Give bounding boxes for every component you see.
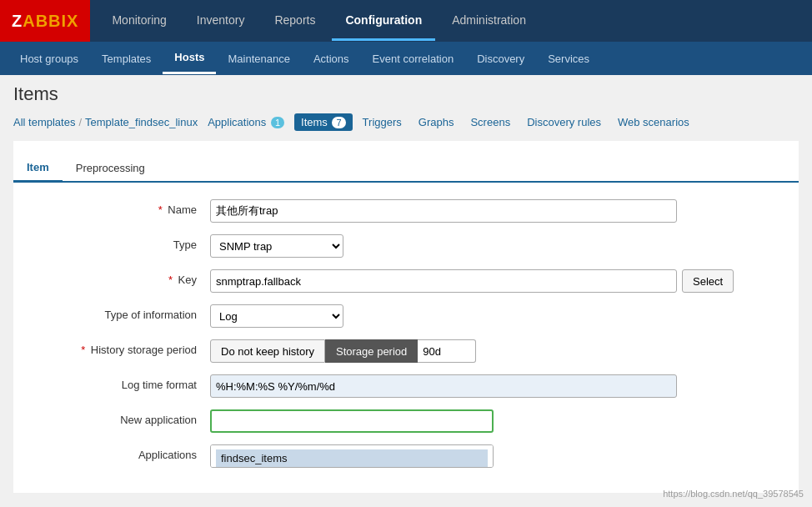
nav-reports[interactable]: Reports bbox=[261, 2, 328, 41]
key-select-button[interactable]: Select bbox=[682, 269, 734, 293]
nav-discovery[interactable]: Discovery bbox=[465, 44, 536, 73]
type-of-info-control: Log bbox=[210, 304, 785, 328]
nav-configuration[interactable]: Configuration bbox=[332, 2, 435, 41]
nav-administration[interactable]: Administration bbox=[439, 2, 539, 41]
logo-abbix: ABBIX bbox=[23, 12, 78, 31]
log-time-input[interactable] bbox=[210, 374, 677, 398]
key-input[interactable] bbox=[210, 269, 677, 293]
page-content: Items All templates / Template_findsec_l… bbox=[0, 75, 812, 501]
type-control: SNMP trap bbox=[210, 234, 785, 258]
tab-preprocessing[interactable]: Preprocessing bbox=[63, 154, 158, 181]
type-of-info-label: Type of information bbox=[27, 304, 210, 321]
logo-z: Z bbox=[12, 12, 23, 31]
history-storage-period-btn[interactable]: Storage period bbox=[325, 339, 418, 363]
name-control bbox=[210, 199, 785, 223]
storage-row: Do not keep history Storage period bbox=[210, 339, 785, 363]
breadcrumb-discovery-rules[interactable]: Discovery rules bbox=[520, 113, 608, 131]
items-badge: 7 bbox=[332, 117, 345, 128]
log-time-control bbox=[210, 374, 785, 398]
applications-control: -None- findsec_items bbox=[210, 444, 785, 468]
history-control: Do not keep history Storage period bbox=[210, 339, 785, 363]
history-label: * History storage period bbox=[27, 339, 210, 356]
new-app-row: New application bbox=[13, 409, 799, 433]
applications-listbox[interactable]: -None- findsec_items bbox=[210, 444, 494, 468]
nav-actions[interactable]: Actions bbox=[302, 44, 361, 73]
breadcrumb-sep1: / bbox=[78, 116, 82, 128]
breadcrumb-all-templates[interactable]: All templates bbox=[13, 116, 75, 128]
history-required: * bbox=[81, 344, 85, 356]
applications-label: Applications bbox=[27, 444, 210, 461]
breadcrumb-screens[interactable]: Screens bbox=[464, 113, 517, 131]
zabbix-logo: ZABBIX bbox=[0, 0, 90, 42]
new-app-label: New application bbox=[27, 409, 210, 426]
nav-host-groups[interactable]: Host groups bbox=[8, 44, 90, 73]
history-storage-input[interactable] bbox=[418, 339, 476, 363]
nav-templates[interactable]: Templates bbox=[90, 44, 163, 73]
name-input[interactable] bbox=[210, 199, 677, 223]
history-do-not-keep-btn[interactable]: Do not keep history bbox=[210, 339, 325, 363]
log-time-label: Log time format bbox=[27, 374, 210, 391]
name-label: * Name bbox=[27, 199, 210, 216]
breadcrumb-graphs[interactable]: Graphs bbox=[412, 113, 461, 131]
breadcrumb-triggers[interactable]: Triggers bbox=[356, 113, 409, 131]
new-app-input[interactable] bbox=[210, 409, 494, 433]
new-app-control bbox=[210, 409, 785, 433]
breadcrumb-web-scenarios[interactable]: Web scenarios bbox=[611, 113, 696, 131]
form-container: Item Preprocessing * Name Type SNMP trap bbox=[13, 141, 799, 493]
breadcrumb-applications[interactable]: Applications 1 bbox=[201, 113, 291, 131]
tab-item[interactable]: Item bbox=[13, 154, 63, 183]
nav-event-correlation[interactable]: Event correlation bbox=[361, 44, 466, 73]
key-required: * bbox=[168, 274, 173, 286]
breadcrumb-template-name[interactable]: Template_findsec_linux bbox=[85, 116, 198, 128]
watermark: https://blog.csdn.net/qq_39578545 bbox=[663, 489, 804, 499]
key-control: Select bbox=[210, 269, 785, 293]
top-navigation: ZABBIX Monitoring Inventory Reports Conf… bbox=[0, 0, 812, 42]
key-row: * Key Select bbox=[13, 269, 799, 293]
form-tabs: Item Preprocessing bbox=[13, 154, 799, 183]
name-row: * Name bbox=[13, 199, 799, 223]
type-row: Type SNMP trap bbox=[13, 234, 799, 258]
nav-hosts[interactable]: Hosts bbox=[163, 43, 216, 74]
history-row: * History storage period Do not keep his… bbox=[13, 339, 799, 363]
name-required: * bbox=[158, 203, 163, 216]
type-select[interactable]: SNMP trap bbox=[210, 234, 343, 258]
page-title: Items bbox=[13, 83, 799, 105]
type-of-info-row: Type of information Log bbox=[13, 304, 799, 328]
key-input-row: Select bbox=[210, 269, 744, 293]
breadcrumb: All templates / Template_findsec_linux A… bbox=[13, 113, 799, 131]
nav-services[interactable]: Services bbox=[536, 44, 601, 73]
nav-monitoring[interactable]: Monitoring bbox=[98, 2, 179, 41]
app-option-findsec[interactable]: findsec_items bbox=[216, 449, 488, 467]
type-label: Type bbox=[27, 234, 210, 251]
nav-inventory[interactable]: Inventory bbox=[183, 2, 258, 41]
log-time-row: Log time format bbox=[13, 374, 799, 398]
nav-maintenance[interactable]: Maintenance bbox=[216, 44, 301, 73]
key-label: * Key bbox=[27, 269, 210, 286]
breadcrumb-items[interactable]: Items 7 bbox=[294, 113, 353, 131]
applications-badge: 1 bbox=[271, 117, 284, 128]
second-navigation: Host groups Templates Hosts Maintenance … bbox=[0, 42, 812, 75]
applications-row: Applications -None- findsec_items bbox=[13, 444, 799, 468]
type-of-info-select[interactable]: Log bbox=[210, 304, 343, 328]
top-nav-links: Monitoring Inventory Reports Configurati… bbox=[98, 2, 539, 41]
